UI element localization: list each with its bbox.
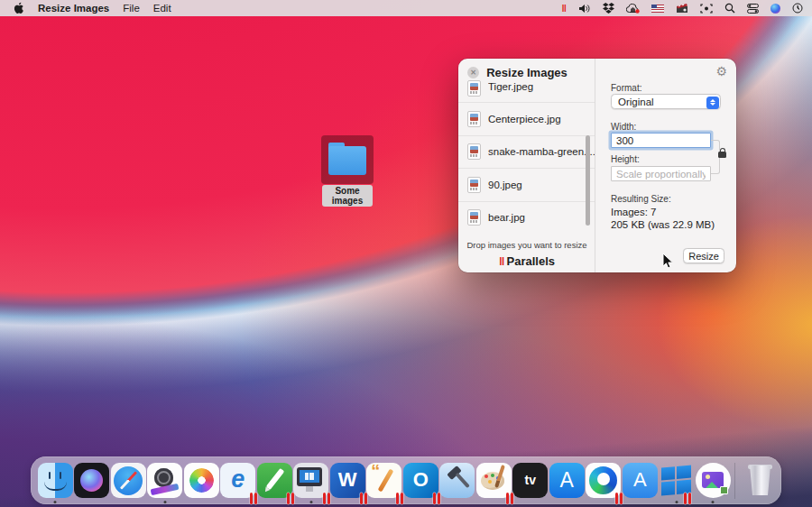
app-store-outline-icon: A — [623, 463, 658, 498]
resize-button[interactable]: Resize — [683, 248, 724, 263]
gear-icon[interactable]: ⚙ — [715, 64, 727, 78]
format-label: Format: — [611, 83, 641, 93]
running-indicator — [675, 501, 678, 503]
screen-capture-icon[interactable] — [700, 2, 713, 14]
dock-item-safari[interactable] — [110, 456, 147, 504]
parallels-indicator-icon[interactable]: ‖ — [562, 2, 567, 14]
window-title: Resize Images — [458, 66, 595, 79]
file-name: Centerpiece.jpg — [488, 114, 561, 124]
trash-icon — [743, 463, 778, 498]
home-cloud-icon[interactable] — [626, 2, 640, 14]
dock-separator — [734, 463, 735, 499]
lock-icon[interactable] — [718, 152, 726, 158]
dock-item-green-pencil-app[interactable] — [256, 456, 293, 504]
dropdown-stepper-icon — [706, 97, 719, 109]
spotlight-search-icon[interactable] — [724, 2, 735, 14]
menu-bar: Resize Images File Edit ‖ — [0, 0, 812, 16]
apple-menu-icon[interactable] — [14, 2, 24, 14]
volume-icon[interactable] — [579, 2, 591, 14]
file-name: bear.jpg — [488, 212, 525, 223]
file-row[interactable]: bear.jpg — [458, 202, 595, 235]
image-file-icon — [467, 80, 481, 97]
desktop-folder-label[interactable]: Some images — [322, 185, 373, 207]
parallels-bars-icon: ‖ — [499, 254, 504, 268]
video-recorder-icon — [147, 463, 182, 498]
dock: e W “ O tv A A — [31, 456, 781, 504]
file-row[interactable]: snake-mamba-green.... — [458, 136, 595, 170]
width-input[interactable] — [611, 133, 711, 148]
clock-icon[interactable] — [792, 2, 803, 14]
app-store-icon: A — [549, 463, 585, 498]
dropbox-icon[interactable] — [603, 2, 614, 14]
xcode-icon — [439, 463, 475, 498]
file-row[interactable]: Tiger.jpeg — [458, 79, 595, 103]
dock-item-internet-explorer[interactable]: e — [220, 456, 257, 504]
parallels-badge-icon — [360, 493, 369, 504]
running-indicator — [54, 501, 57, 503]
dock-item-windows[interactable] — [659, 456, 696, 504]
dock-item-word[interactable]: W — [329, 456, 366, 504]
running-indicator — [309, 501, 312, 503]
dock-item-trash[interactable] — [740, 456, 781, 504]
dock-item-parallels-desktop[interactable] — [293, 456, 330, 504]
file-name: snake-mamba-green.... — [488, 146, 595, 157]
format-dropdown[interactable]: Original — [611, 94, 721, 109]
file-name: Tiger.jpeg — [488, 81, 533, 92]
settings-pane: ⚙ Format: Original Width: Height: Result… — [595, 59, 736, 272]
dock-item-xcode[interactable] — [439, 456, 476, 504]
size-summary: 205 KB (was 22.9 MB) — [611, 219, 715, 230]
dock-item-apple-tv[interactable]: tv — [512, 456, 549, 504]
dock-item-edge[interactable] — [586, 456, 623, 504]
recorder-icon[interactable] — [676, 2, 688, 14]
drop-hint-text: Drop images you want to resize — [458, 240, 595, 250]
image-file-icon — [467, 111, 481, 127]
height-input[interactable] — [611, 166, 711, 181]
dock-item-video-recorder[interactable] — [147, 456, 184, 504]
dock-item-wordpad[interactable]: “ — [366, 456, 403, 504]
menu-file[interactable]: File — [123, 3, 140, 14]
finder-icon — [38, 463, 73, 498]
dock-item-app-store[interactable]: A — [549, 456, 586, 504]
siri-app-icon — [74, 463, 109, 498]
image-file-icon — [467, 143, 481, 160]
parallels-badge-icon — [287, 493, 296, 504]
list-scrollbar[interactable] — [586, 135, 590, 226]
safari-icon — [111, 463, 146, 498]
proportions-link — [711, 140, 724, 174]
running-indicator — [712, 501, 715, 503]
parallels-badge-icon — [396, 493, 405, 504]
menu-app-name[interactable]: Resize Images — [38, 3, 109, 14]
dock-item-photos[interactable] — [183, 456, 220, 504]
parallels-badge-icon — [506, 493, 515, 504]
dock-item-resize-images[interactable] — [695, 456, 732, 504]
parallels-logo: ‖Parallels — [458, 254, 595, 268]
dock-item-siri[interactable] — [74, 456, 111, 504]
dock-item-finder[interactable] — [37, 456, 74, 504]
apple-tv-icon: tv — [512, 463, 548, 498]
resize-images-window: ✕ Resize Images Tiger.jpeg Centerpiece.j… — [458, 59, 736, 272]
photos-icon — [184, 463, 219, 498]
file-row[interactable]: 90.jpeg — [458, 169, 595, 202]
width-label: Width: — [611, 122, 636, 132]
dock-item-paint[interactable] — [475, 456, 512, 504]
resulting-size-label: Resulting Size: — [611, 194, 671, 204]
mouse-cursor — [662, 253, 674, 273]
dock-item-app-store-outline[interactable]: A — [622, 456, 659, 504]
resize-images-app-icon — [696, 463, 731, 498]
us-flag-icon[interactable] — [651, 2, 664, 14]
running-indicator — [163, 501, 166, 503]
file-list[interactable]: Tiger.jpeg Centerpiece.jpg snake-mamba-g… — [458, 79, 595, 234]
siri-icon[interactable] — [770, 2, 780, 14]
desktop-folder[interactable] — [321, 135, 374, 184]
image-file-icon — [467, 177, 481, 193]
control-center-icon[interactable] — [747, 2, 759, 14]
file-name: 90.jpeg — [488, 180, 522, 190]
parallels-badge-icon — [250, 493, 259, 504]
parallels-badge-icon — [615, 493, 624, 504]
file-row[interactable]: Centerpiece.jpg — [458, 103, 595, 136]
file-list-pane: ✕ Resize Images Tiger.jpeg Centerpiece.j… — [458, 59, 595, 272]
dock-item-outlook[interactable]: O — [402, 456, 439, 504]
menu-edit[interactable]: Edit — [153, 3, 171, 14]
parallels-badge-icon — [323, 493, 332, 504]
height-label: Height: — [611, 154, 640, 164]
